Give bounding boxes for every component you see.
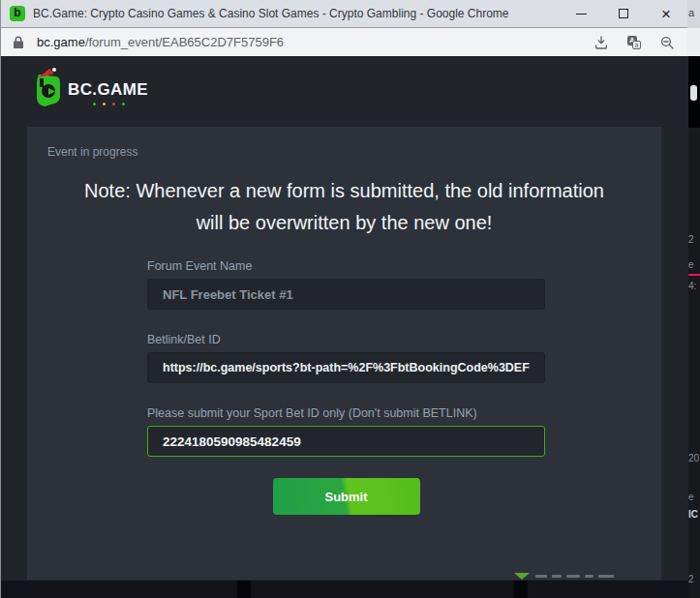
page-content: BC.GAME Event in progress Note: Whenever… — [1, 56, 688, 598]
santa-hat-pom — [52, 68, 56, 72]
url-text[interactable]: bc.game/forum_event/EAB65C2D7F5759F6 — [37, 35, 284, 49]
background-text-fragment: e — [688, 492, 694, 502]
background-toolbar-fragment — [687, 28, 700, 56]
event-name-label: Forum Event Name — [147, 259, 545, 273]
background-text-fragment: 2 — [688, 574, 694, 584]
footer-band-gap — [514, 581, 528, 598]
bet-id-label: Please submit your Sport Bet ID only (Do… — [147, 406, 545, 420]
event-panel: Event in progress Note: Whenever a new f… — [27, 127, 661, 580]
background-scrollbar-thumb — [690, 85, 697, 101]
background-text-fragment: IC — [688, 509, 698, 520]
maximize-icon — [619, 9, 628, 18]
url-host: bc.game — [37, 35, 85, 49]
betlink-input[interactable] — [147, 352, 545, 383]
footer-fragment — [514, 573, 614, 580]
minimize-button[interactable] — [560, 0, 602, 27]
download-icon[interactable] — [593, 34, 610, 51]
bet-id-input[interactable] — [147, 426, 545, 457]
form-group-betlink: Betlink/Bet ID — [147, 333, 545, 383]
window-titlebar[interactable]: b BC.Game: Crypto Casino Games & Casino … — [1, 0, 687, 28]
form-group-bet-id: Please submit your Sport Bet ID only (Do… — [147, 406, 545, 457]
betlink-label: Betlink/Bet ID — [147, 333, 545, 346]
event-name-input[interactable] — [147, 279, 545, 310]
event-form: Forum Event Name Betlink/Bet ID Please s… — [147, 259, 545, 515]
form-group-event-name: Forum Event Name — [147, 259, 545, 310]
background-text-fragment: 4: — [688, 281, 696, 291]
note-line-2: will be overwritten by the new one! — [27, 207, 661, 239]
background-text-fragment: 2 — [688, 234, 694, 245]
translate-icon[interactable]: A a — [625, 34, 643, 51]
footer-band-gap — [237, 581, 251, 598]
background-window-strip: a 2 e 4: 20 e IC 2 — [687, 0, 700, 598]
screenshot-root: a 2 e 4: 20 e IC 2 b BC.Game: Crypto Cas… — [0, 0, 700, 598]
url-path: /forum_event/EAB65C2D7F5759F6 — [85, 35, 284, 49]
event-status: Event in progress — [47, 145, 137, 159]
lock-icon[interactable] — [13, 36, 24, 49]
note-line-1: Note: Whenever a new form is submitted, … — [27, 175, 661, 207]
footer-chevron-icon — [514, 573, 530, 580]
footer-band — [1, 581, 688, 598]
note-heading: Note: Whenever a new form is submitted, … — [27, 175, 661, 239]
background-red-line — [687, 274, 700, 276]
submit-button[interactable]: Submit — [273, 478, 420, 515]
window-title: BC.Game: Crypto Casino Games & Casino Sl… — [33, 7, 509, 20]
logo-christmas-dots — [93, 103, 125, 105]
maximize-button[interactable] — [602, 0, 645, 27]
minimize-icon — [576, 14, 587, 15]
background-text-fragment: a — [688, 7, 694, 18]
close-icon: × — [661, 6, 671, 22]
address-bar-actions: A a — [593, 34, 676, 51]
background-text-fragment: 20 — [688, 453, 699, 463]
address-bar[interactable]: bc.game/forum_event/EAB65C2D7F5759F6 A a — [1, 28, 687, 56]
footer-dashes — [535, 575, 614, 578]
logo-text: BC.GAME — [68, 80, 148, 100]
background-text-fragment: e — [688, 259, 694, 270]
window-controls: × — [560, 0, 687, 27]
browser-window: b BC.Game: Crypto Casino Games & Casino … — [0, 0, 687, 598]
bcgame-favicon: b — [10, 6, 25, 21]
close-button[interactable]: × — [645, 0, 687, 27]
bcgame-logo[interactable]: BC.GAME — [33, 73, 148, 107]
logo-shield-icon — [33, 73, 62, 107]
zoom-out-icon[interactable] — [658, 34, 676, 51]
